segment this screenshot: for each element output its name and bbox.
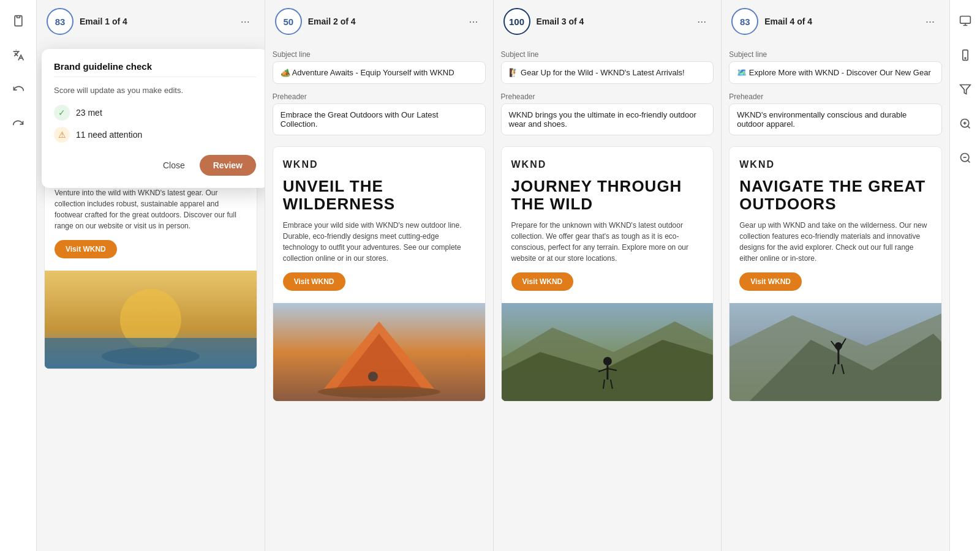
email-3-preview-image	[502, 303, 714, 401]
email-4-cta-button[interactable]: Visit WKND	[739, 272, 802, 291]
email-3-body-text: Prepare for the unknown with WKND's late…	[511, 220, 704, 264]
filter-icon[interactable]	[954, 78, 976, 100]
zoom-in-icon[interactable]	[954, 113, 976, 135]
email-2-preview-card: WKND UNVEIL THE WILDERNESS Embrace your …	[273, 146, 486, 402]
email-4-subject-label: Subject line	[729, 50, 942, 59]
email-4-subject-input[interactable]: 🗺️ Explore More with WKND - Discover Our…	[729, 61, 942, 84]
email-2-preview-inner: WKND UNVEIL THE WILDERNESS Embrace your …	[273, 147, 485, 303]
email-2-preheader-label: Preheader	[273, 92, 486, 101]
email-4-preview-card: WKND NAVIGATE THE GREAT OUTDOORS Gear up…	[729, 146, 942, 402]
main-content: 83 Email 1 of 4 ··· Subject line S P WKN…	[37, 0, 949, 551]
email-3-cta-button[interactable]: Visit WKND	[511, 272, 574, 291]
email-3-subject-input[interactable]: 🧗 Gear Up for the Wild - WKND's Latest A…	[501, 61, 714, 84]
svg-marker-31	[960, 85, 970, 94]
popup-met-stat: ✓ 23 met	[54, 105, 256, 121]
translate-icon[interactable]	[7, 44, 29, 66]
popup-close-button[interactable]: Close	[154, 156, 194, 175]
email-3-score: 100	[503, 8, 530, 35]
popup-divider	[54, 77, 256, 77]
clipboard-icon[interactable]	[7, 10, 29, 32]
email-3-subject-section: Subject line 🧗 Gear Up for the Wild - WK…	[501, 50, 714, 84]
email-2-header: 50 Email 2 of 4 ···	[265, 0, 493, 43]
svg-point-9	[368, 372, 378, 381]
email-3-body: Subject line 🧗 Gear Up for the Wild - WK…	[494, 43, 722, 551]
email-2-score: 50	[275, 8, 302, 35]
warning-icon: ⚠	[54, 127, 70, 143]
email-4-wknd-logo: WKND	[739, 159, 932, 170]
email-4-preview-image	[729, 303, 941, 401]
email-4-header: 83 Email 4 of 4 ···	[722, 0, 949, 43]
email-4-preheader-section: Preheader WKND's environmentally conscio…	[729, 92, 942, 135]
email-3-preview-inner: WKND JOURNEY THROUGH THE WILD Prepare fo…	[502, 147, 714, 303]
popup-title: Brand guideline check	[54, 61, 256, 72]
sidebar-left	[0, 0, 37, 551]
email-2-cta-button[interactable]: Visit WKND	[283, 272, 345, 291]
phone-icon[interactable]	[954, 44, 976, 66]
svg-point-30	[965, 58, 966, 59]
email-3-header: 100 Email 3 of 4 ···	[494, 0, 722, 43]
email-1-body-text: Venture into the wild with WKND's latest…	[55, 187, 247, 231]
email-2-preheader-section: Preheader Embrace the Great Outdoors wit…	[273, 92, 486, 135]
email-3-preview-card: WKND JOURNEY THROUGH THE WILD Prepare fo…	[501, 146, 714, 402]
email-4-title: Email 4 of 4	[764, 17, 914, 26]
email-3-more-button[interactable]: ···	[692, 13, 711, 31]
email-2-preview-image	[273, 303, 485, 401]
emails-grid: 83 Email 1 of 4 ··· Subject line S P WKN…	[37, 0, 949, 551]
svg-point-8	[318, 386, 440, 398]
monitor-icon[interactable]	[954, 10, 976, 32]
email-2-subject-label: Subject line	[273, 50, 486, 59]
popup-actions: Close Review	[54, 155, 256, 176]
email-1-header: 83 Email 1 of 4 ···	[37, 0, 265, 43]
email-2-wknd-logo: WKND	[283, 159, 475, 170]
zoom-out-icon[interactable]	[954, 147, 976, 169]
email-column-1: 83 Email 1 of 4 ··· Subject line S P WKN…	[37, 0, 265, 551]
email-2-body: Subject line 🏕️ Adventure Awaits - Equip…	[265, 43, 493, 551]
email-4-score: 83	[731, 8, 758, 35]
popup-met-count: 23 met	[76, 108, 102, 118]
email-4-preheader-input[interactable]: WKND's environmentally conscious and dur…	[729, 103, 942, 135]
email-4-preheader-label: Preheader	[729, 92, 942, 101]
checkmark-icon: ✓	[54, 105, 70, 121]
email-4-more-button[interactable]: ···	[921, 13, 940, 31]
email-4-headline: NAVIGATE THE GREAT OUTDOORS	[739, 178, 932, 212]
email-4-body: Subject line 🗺️ Explore More with WKND -…	[722, 43, 949, 551]
email-3-preheader-label: Preheader	[501, 92, 714, 101]
email-2-more-button[interactable]: ···	[464, 13, 483, 31]
email-1-score: 83	[47, 8, 74, 35]
email-3-preheader-input[interactable]: WKND brings you the ultimate in eco-frie…	[501, 103, 714, 135]
email-3-headline: JOURNEY THROUGH THE WILD	[511, 178, 704, 212]
email-2-subject-section: Subject line 🏕️ Adventure Awaits - Equip…	[273, 50, 486, 84]
email-3-title: Email 3 of 4	[537, 17, 687, 26]
popup-attention-count: 11 need attention	[76, 130, 142, 140]
email-1-more-button[interactable]: ···	[236, 13, 255, 31]
email-1-title: Email 1 of 4	[80, 17, 230, 26]
email-2-subject-input[interactable]: 🏕️ Adventure Awaits - Equip Yourself wit…	[273, 61, 486, 84]
popup-description: Score will update as you make edits.	[54, 86, 256, 95]
email-4-preview-inner: WKND NAVIGATE THE GREAT OUTDOORS Gear up…	[729, 147, 941, 303]
svg-point-13	[603, 357, 611, 365]
email-column-4: 83 Email 4 of 4 ··· Subject line 🗺️ Expl…	[722, 0, 949, 551]
svg-rect-28	[960, 17, 970, 24]
email-3-wknd-logo: WKND	[511, 159, 704, 170]
brand-guideline-popup: Brand guideline check Score will update …	[42, 49, 265, 188]
email-column-2: 50 Email 2 of 4 ··· Subject line 🏕️ Adve…	[265, 0, 494, 551]
email-2-preheader-input[interactable]: Embrace the Great Outdoors with Our Late…	[273, 103, 486, 135]
email-3-preheader-section: Preheader WKND brings you the ultimate i…	[501, 92, 714, 135]
svg-rect-0	[17, 16, 20, 18]
email-4-subject-section: Subject line 🗺️ Explore More with WKND -…	[729, 50, 942, 84]
email-1-preview-image	[45, 271, 257, 369]
email-2-body-text: Embrace your wild side with WKND's new o…	[283, 220, 475, 264]
email-3-subject-label: Subject line	[501, 50, 714, 59]
svg-point-4	[102, 347, 200, 365]
popup-attention-stat: ⚠ 11 need attention	[54, 127, 256, 143]
email-column-3: 100 Email 3 of 4 ··· Subject line 🧗 Gear…	[494, 0, 722, 551]
redo-icon[interactable]	[7, 113, 29, 135]
sidebar-right	[949, 0, 980, 551]
undo-icon[interactable]	[7, 78, 29, 100]
email-2-headline: UNVEIL THE WILDERNESS	[283, 178, 475, 212]
email-1-cta-button[interactable]: Visit WKND	[55, 240, 117, 258]
email-2-title: Email 2 of 4	[308, 17, 458, 26]
popup-review-button[interactable]: Review	[200, 155, 256, 176]
email-4-body-text: Gear up with WKND and take on the wilder…	[739, 220, 932, 264]
